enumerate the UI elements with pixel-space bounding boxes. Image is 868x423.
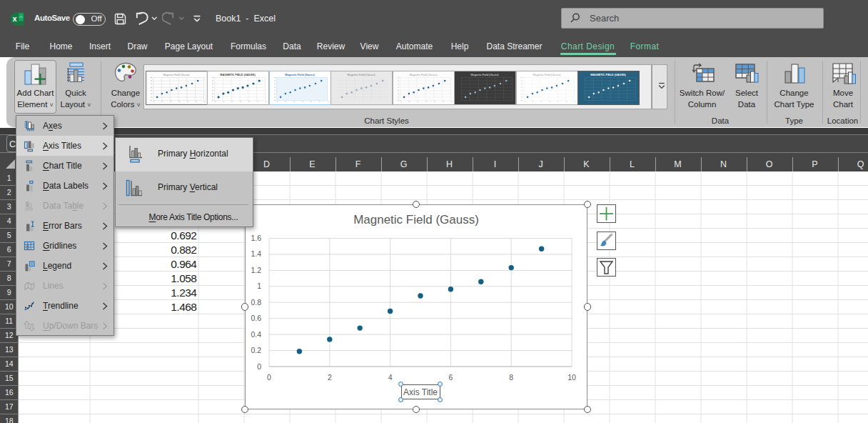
svg-text:1: 1 bbox=[257, 282, 261, 290]
svg-text:2: 2 bbox=[328, 373, 332, 382]
svg-text:1.2: 1.2 bbox=[251, 266, 261, 274]
svg-text:Magnetic Field (Gauss): Magnetic Field (Gauss) bbox=[470, 73, 499, 76]
svg-text:0.4: 0.4 bbox=[251, 330, 261, 339]
svg-text:Magnetic Field (Gauss): Magnetic Field (Gauss) bbox=[533, 73, 561, 76]
svg-text:6: 6 bbox=[448, 373, 453, 382]
svg-text:10: 10 bbox=[567, 373, 576, 382]
svg-text:0.8: 0.8 bbox=[251, 298, 261, 307]
svg-text:MAGNETIC FIELD (GAUSS): MAGNETIC FIELD (GAUSS) bbox=[590, 74, 626, 76]
svg-text:Magnetic Field (Gauss): Magnetic Field (Gauss) bbox=[353, 213, 479, 227]
svg-text:0: 0 bbox=[267, 373, 271, 382]
svg-text:1.6: 1.6 bbox=[251, 234, 261, 242]
svg-text:Magnetic Field (Gauss): Magnetic Field (Gauss) bbox=[163, 73, 189, 76]
svg-text:0: 0 bbox=[257, 362, 261, 371]
svg-text:Magnetic Field (Gauss): Magnetic Field (Gauss) bbox=[285, 73, 315, 76]
svg-text:Magnetic Field (Gauss): Magnetic Field (Gauss) bbox=[409, 73, 438, 76]
svg-text:x: x bbox=[12, 14, 17, 23]
svg-text:1.4: 1.4 bbox=[251, 249, 261, 258]
svg-text:4: 4 bbox=[388, 373, 393, 382]
svg-text:0.2: 0.2 bbox=[251, 346, 261, 354]
svg-text:Magnetic Field (Gauss): Magnetic Field (Gauss) bbox=[347, 73, 375, 76]
svg-text:0.6: 0.6 bbox=[251, 314, 261, 322]
svg-text:MAGNETIC FIELD (GAUSS): MAGNETIC FIELD (GAUSS) bbox=[220, 73, 256, 76]
svg-text:8: 8 bbox=[509, 373, 513, 382]
